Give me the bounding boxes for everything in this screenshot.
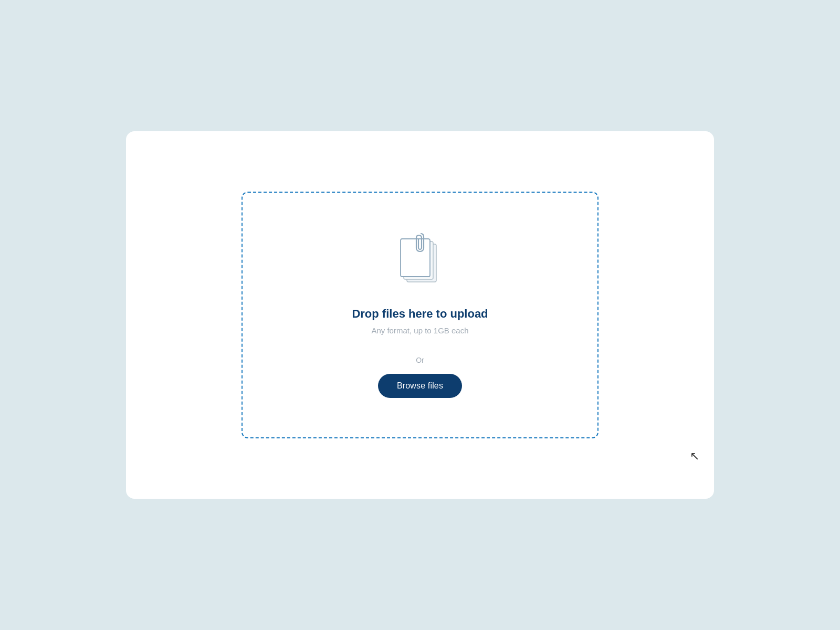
dropzone[interactable]: Drop files here to upload Any format, up… xyxy=(242,192,598,438)
or-label: Or xyxy=(416,356,424,364)
browse-files-button[interactable]: Browse files xyxy=(378,374,462,398)
cursor: ↖ xyxy=(690,449,699,463)
drop-subtitle: Any format, up to 1GB each xyxy=(371,326,468,335)
svg-rect-2 xyxy=(401,239,430,277)
drop-title: Drop files here to upload xyxy=(352,307,488,321)
file-clip-icon xyxy=(396,233,444,292)
upload-card: Drop files here to upload Any format, up… xyxy=(126,131,714,499)
